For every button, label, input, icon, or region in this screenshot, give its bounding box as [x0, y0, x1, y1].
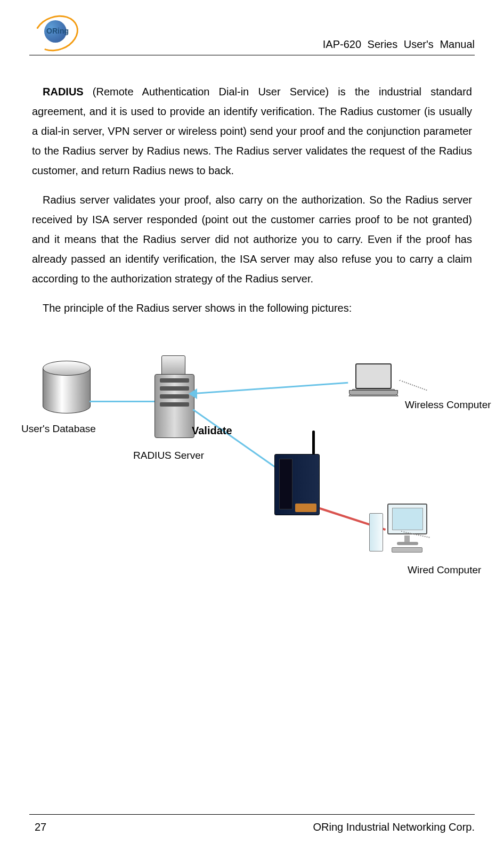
- server-label: RADIUS Server: [133, 446, 204, 465]
- dash-laptop: [399, 380, 427, 391]
- page-header: ORing IAP-620 Series User's Manual: [29, 16, 475, 55]
- database-label: User's Database: [21, 419, 96, 438]
- connection-server-laptop: [194, 382, 348, 394]
- paragraph-1: RADIUS (Remote Authentication Dial-in Us…: [32, 82, 472, 181]
- oring-logo: ORing: [29, 16, 83, 51]
- radius-diagram: User's Database RADIUS Server Validate W…: [32, 350, 472, 595]
- document-title: IAP-620 Series User's Manual: [323, 38, 475, 51]
- wired-label: Wired Computer: [408, 561, 481, 579]
- validate-label: Validate: [192, 421, 232, 441]
- body-content: RADIUS (Remote Authentication Dial-in Us…: [29, 82, 475, 595]
- radius-bold: RADIUS: [43, 86, 84, 98]
- connection-db-server: [90, 401, 155, 402]
- paragraph-3: The principle of the Radius server shows…: [32, 298, 472, 318]
- logo-text: ORing: [46, 27, 69, 35]
- page-footer: 27 ORing Industrial Networking Corp.: [29, 814, 475, 833]
- footer-company: ORing Industrial Networking Corp.: [313, 821, 475, 833]
- wireless-label: Wireless Computer: [405, 395, 491, 414]
- access-point-icon: [274, 454, 320, 515]
- database-icon: [43, 361, 91, 414]
- desktop-icon: [381, 504, 440, 557]
- laptop-icon: [349, 363, 400, 406]
- paragraph-2: Radius server validates your proof, also…: [32, 190, 472, 289]
- page-number: 27: [29, 821, 46, 833]
- para1-text: (Remote Authentication Dial-in User Serv…: [32, 86, 472, 176]
